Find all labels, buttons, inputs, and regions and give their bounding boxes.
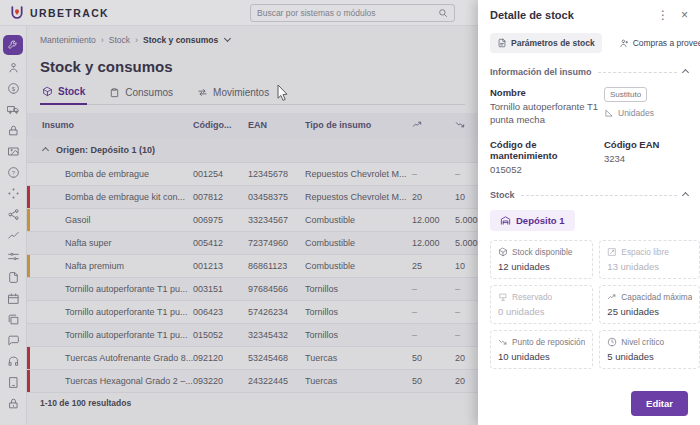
- sidebar-item-schedule[interactable]: [5, 293, 21, 307]
- brand-name: URBETRACK: [30, 7, 109, 19]
- tab-consumos[interactable]: Consumos: [107, 86, 175, 104]
- parameters-icon: [7, 249, 20, 267]
- card-value: 12 unidades: [498, 261, 585, 272]
- sidebar-item-integrations[interactable]: [5, 209, 21, 223]
- trend-down-icon: [498, 337, 508, 347]
- sidebar-item-messages[interactable]: [5, 335, 21, 349]
- cell-insumo: Tuercas Autofrenante Grado 8...: [27, 353, 193, 363]
- sidebar-item-documents[interactable]: [5, 272, 21, 286]
- stock-card-space[interactable]: Espacio libre13 unidades: [599, 240, 700, 279]
- status-bar-warning: [27, 255, 30, 277]
- cell-codigo: 093220: [193, 376, 248, 386]
- col-insumo[interactable]: Insumo: [27, 120, 193, 130]
- cell-ean: 53245468: [248, 353, 305, 363]
- breadcrumb-item-2[interactable]: Stock: [109, 35, 130, 45]
- col-trend-down-icon[interactable]: [455, 119, 478, 132]
- main-tabs: StockConsumosMovimientos: [40, 86, 465, 105]
- cell-codigo: 005412: [193, 238, 248, 248]
- cell-insumo: Tornillo autoperforante T1 pu...: [27, 307, 193, 317]
- breadcrumb-separator: ›: [101, 35, 104, 45]
- sidebar-item-duplicates[interactable]: [5, 314, 21, 328]
- col-ean[interactable]: EAN: [248, 120, 305, 130]
- table-row[interactable]: Nafta premium00121386861123Combustible25…: [27, 255, 478, 278]
- search-input[interactable]: [257, 8, 438, 18]
- document-icon: [497, 38, 507, 48]
- section-info-header[interactable]: Información del insumo: [490, 67, 688, 77]
- edit-button[interactable]: Editar: [631, 391, 688, 416]
- group-row-deposito-1[interactable]: Origen: Depósito 1 (10): [27, 137, 478, 163]
- global-search[interactable]: [250, 4, 455, 22]
- collapse-group-icon[interactable]: [42, 147, 49, 154]
- collapse-section-icon[interactable]: [682, 68, 689, 75]
- sidebar-item-media[interactable]: [5, 146, 21, 160]
- section-info-label: Información del insumo: [490, 67, 592, 77]
- warehouse-icon: [500, 215, 511, 226]
- svg-text:$: $: [11, 86, 15, 92]
- tab-stock[interactable]: Stock: [40, 86, 87, 105]
- status-bar-warning: [27, 209, 30, 231]
- cell-tipo: Combustible: [305, 261, 412, 271]
- space-icon: [607, 247, 617, 257]
- sidebar-item-status-loader[interactable]: [5, 188, 21, 202]
- cell-nivel-critico: –: [455, 284, 478, 294]
- section-stock-header[interactable]: Stock: [490, 190, 688, 200]
- cell-codigo: 001254: [193, 169, 248, 179]
- stock-card-reserved[interactable]: Reservado0 unidades: [490, 285, 593, 324]
- sidebar-item-help[interactable]: ?: [5, 167, 21, 181]
- cell-nivel-critico: –: [455, 330, 478, 340]
- cell-insumo: Nafta super: [27, 238, 193, 248]
- sidebar-item-parameters[interactable]: [5, 251, 21, 265]
- sidebar-item-fleet[interactable]: [5, 104, 21, 118]
- stock-card-package[interactable]: Stock disponible12 unidades: [490, 240, 593, 279]
- critical-icon: [607, 337, 617, 347]
- table-row[interactable]: Bomba de embrague kit con...007812034583…: [27, 186, 478, 209]
- sidebar-item-devices[interactable]: [5, 377, 21, 391]
- cell-punto-reposicion: –: [412, 284, 455, 294]
- cell-punto-reposicion: –: [412, 330, 455, 340]
- sidebar-item-field-staff[interactable]: [5, 62, 21, 76]
- collapse-section-icon[interactable]: [682, 192, 689, 199]
- breadcrumb-item-3[interactable]: Stock y consumos: [143, 35, 218, 45]
- close-icon[interactable]: ×: [681, 9, 688, 21]
- kebab-menu-icon[interactable]: ⋮: [657, 9, 669, 21]
- stock-card-trend-up[interactable]: Capacidad máxima25 unidades: [599, 285, 700, 324]
- col-trend-up-icon[interactable]: [412, 119, 455, 132]
- table-row[interactable]: Nafta super00541272374960Combustible12.0…: [27, 232, 478, 255]
- sidebar-item-access-control[interactable]: [5, 398, 21, 412]
- devices-icon: [7, 375, 20, 393]
- sidebar-item-analytics[interactable]: [5, 230, 21, 244]
- sidebar-item-maintenance-tools[interactable]: [3, 35, 23, 55]
- panel-tab-label: Compras a proveedor: [633, 38, 700, 48]
- panel-tab-supplier[interactable]: Compras a proveedor: [612, 33, 700, 53]
- table-row[interactable]: Gasoil00697533234567Combustible12.0005.0…: [27, 209, 478, 232]
- cell-nivel-critico: 5.000: [455, 238, 478, 248]
- deposito-chip[interactable]: Depósito 1: [490, 210, 575, 231]
- stock-card-critical[interactable]: Nivel crítico5 unidades: [599, 330, 700, 369]
- brand-logo[interactable]: URBETRACK: [0, 5, 109, 21]
- table-body: Bomba de embrague00125412345678Repuestos…: [27, 163, 478, 393]
- cell-codigo: 092120: [193, 353, 248, 363]
- codes-row: Código de mantenimiento 015052 Código EA…: [490, 139, 688, 177]
- col-codigo[interactable]: Código...: [193, 120, 248, 130]
- breadcrumb-item-1[interactable]: Mantenimiento: [40, 35, 96, 45]
- cell-tipo: Tornillos: [305, 307, 412, 317]
- stock-card-trend-down[interactable]: Punto de reposición10 unidades: [490, 330, 593, 369]
- cell-ean: 86861123: [248, 261, 305, 271]
- sidebar-item-security[interactable]: [5, 125, 21, 139]
- cell-insumo: Tornillo autoperforante T1 pu...: [27, 284, 193, 294]
- sidebar-item-billing[interactable]: $: [5, 83, 21, 97]
- table-row[interactable]: Tuercas Hexagonal Grado 2 –...0932202432…: [27, 370, 478, 393]
- trend-up-icon: [607, 292, 617, 302]
- col-tipo[interactable]: Tipo de insumo: [305, 120, 412, 130]
- table-row[interactable]: Tuercas Autofrenante Grado 8...092120532…: [27, 347, 478, 370]
- sidebar-item-support[interactable]: [5, 356, 21, 370]
- tab-movimientos[interactable]: Movimientos: [195, 86, 271, 104]
- codigo-ean-value: 3234: [604, 153, 659, 166]
- table-row[interactable]: Bomba de embrague00125412345678Repuestos…: [27, 163, 478, 186]
- panel-tab-document[interactable]: Parámetros de stock: [490, 33, 602, 53]
- table-row[interactable]: Tornillo autoperforante T1 pu...01505232…: [27, 324, 478, 347]
- table-row[interactable]: Tornillo autoperforante T1 pu...00642357…: [27, 301, 478, 324]
- breadcrumb-caret-down-icon[interactable]: [224, 35, 231, 42]
- package-icon: [42, 86, 53, 97]
- table-row[interactable]: Tornillo autoperforante T1 pu...00315197…: [27, 278, 478, 301]
